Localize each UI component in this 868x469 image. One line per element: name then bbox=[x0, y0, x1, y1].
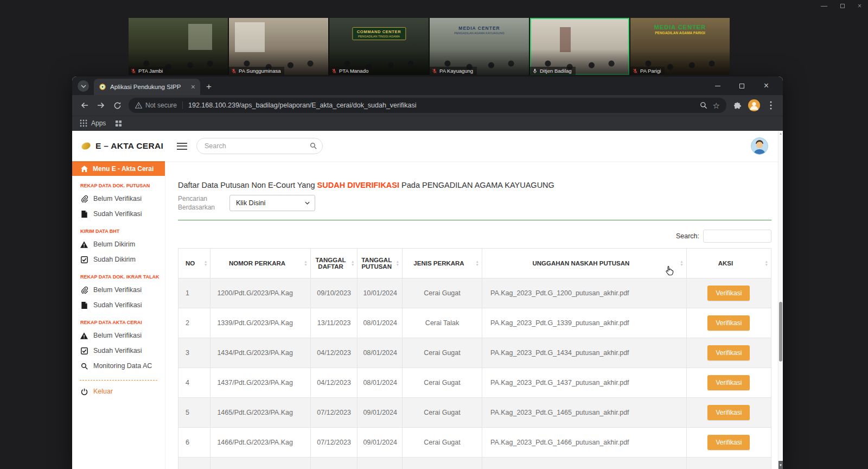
address-bar[interactable]: Not secure 192.168.100.239/aps_badilag/p… bbox=[129, 98, 726, 113]
column-header-label: AKSI bbox=[718, 260, 733, 267]
participant-name: PA Sungguminasa bbox=[239, 68, 280, 74]
verifikasi-button[interactable]: Verifikasi bbox=[707, 345, 750, 360]
table-cell: 10/01/2024 bbox=[358, 278, 403, 308]
sidebar-item[interactable]: Belum Verifikasi bbox=[72, 328, 165, 343]
video-tile[interactable]: MEDIA CENTERPENGADILAN AGAMA KAYUAGUNGPA… bbox=[430, 18, 529, 75]
table-row-partial bbox=[178, 458, 771, 469]
sidebar-item-keluar[interactable]: Keluar bbox=[72, 384, 165, 399]
profile-avatar-button[interactable] bbox=[747, 98, 761, 112]
table-cell: Cerai Gugat bbox=[402, 338, 482, 368]
sidebar-item[interactable]: Sudah Verifikasi bbox=[72, 206, 165, 221]
column-header[interactable]: UNGGAHAN NASKAH PUTUSAN▲▼ bbox=[482, 249, 687, 278]
table-cell bbox=[358, 458, 403, 469]
participant-name-tag: PTA Jambi bbox=[129, 67, 167, 75]
avatar-body bbox=[754, 149, 765, 155]
extensions-button[interactable] bbox=[730, 98, 745, 113]
column-header[interactable]: NO▲▼ bbox=[178, 249, 210, 278]
browser-tab[interactable]: Aplikasi Pendukung SIPP × bbox=[94, 79, 200, 95]
home-icon bbox=[80, 166, 88, 172]
sidebar-item[interactable]: Belum Verifikasi bbox=[72, 191, 165, 206]
browser-menu-button[interactable] bbox=[763, 98, 778, 113]
table-cell: 07/12/2023 bbox=[310, 428, 358, 458]
warning-icon bbox=[80, 241, 88, 248]
user-avatar[interactable] bbox=[751, 137, 768, 155]
browser-minimize-button[interactable] bbox=[705, 77, 730, 95]
tab-search-button[interactable] bbox=[78, 80, 89, 92]
filter-select[interactable]: Klik Disini bbox=[229, 195, 315, 211]
os-minimize-button[interactable]: — bbox=[821, 2, 827, 10]
zoom-icon[interactable] bbox=[700, 102, 707, 109]
bookmark-star-icon[interactable]: ☆ bbox=[713, 102, 720, 110]
scroll-up-arrow-icon[interactable]: ▲ bbox=[778, 132, 783, 135]
search-icon[interactable] bbox=[310, 142, 317, 149]
mic-off-icon bbox=[331, 68, 337, 74]
mic-on-icon bbox=[532, 68, 538, 74]
sort-icon: ▲▼ bbox=[304, 260, 307, 267]
browser-maximize-button[interactable] bbox=[730, 77, 754, 95]
table-cell: 1437/Pdt.G/2023/PA.Kag bbox=[210, 368, 310, 398]
sidebar-item-menu-e-akta-cerai[interactable]: Menu E - Akta Cerai bbox=[72, 161, 165, 176]
column-header-label: TANGGAL DAFTAR bbox=[316, 257, 346, 270]
apps-bookmark-label[interactable]: Apps bbox=[91, 119, 106, 127]
sidebar-item[interactable]: Belum Dikirim bbox=[72, 237, 165, 252]
url-text: 192.168.100.239/aps_badilag/pelaporan/E_… bbox=[188, 102, 694, 109]
sidebar-item[interactable]: Sudah Dikirim bbox=[72, 252, 165, 267]
video-tile[interactable]: Ditjen Badilag bbox=[530, 18, 629, 75]
os-maximize-button[interactable] bbox=[840, 4, 845, 8]
apps-grid-icon[interactable] bbox=[80, 119, 87, 127]
table-body: 11200/Pdt.G/2023/PA.Kag09/10/202310/01/2… bbox=[178, 278, 771, 469]
table-cell bbox=[402, 458, 482, 469]
verifikasi-button[interactable]: Verifikasi bbox=[707, 286, 750, 301]
video-tile[interactable]: PA Sungguminasa bbox=[229, 18, 328, 75]
app-title: E – AKTA CERAI bbox=[95, 141, 163, 151]
bookmark-grid-icon[interactable] bbox=[115, 120, 122, 127]
mic-off-icon bbox=[633, 68, 638, 74]
page-scrollbar[interactable]: ▲ ▼ bbox=[778, 131, 783, 469]
verifikasi-button[interactable]: Verifikasi bbox=[707, 435, 750, 450]
tab-close-icon[interactable]: × bbox=[191, 83, 195, 91]
verifikasi-button[interactable]: Verifikasi bbox=[707, 315, 750, 331]
not-secure-warning-icon[interactable] bbox=[135, 102, 142, 109]
video-tile[interactable]: MEDIA CENTERPENGADILAN AGAMA PARIGIPA Pa… bbox=[630, 18, 730, 75]
sidebar-item[interactable]: Sudah Verifikasi bbox=[72, 297, 165, 313]
participant-name-tag: Ditjen Badilag bbox=[530, 67, 576, 75]
room-sign: MEDIA CENTERPENGADILAN AGAMA PARIGI bbox=[654, 24, 706, 35]
verifikasi-button[interactable]: Verifikasi bbox=[707, 405, 750, 420]
video-tile[interactable]: PTA Jambi bbox=[129, 18, 228, 75]
scroll-down-arrow-icon[interactable]: ▼ bbox=[778, 461, 783, 469]
reload-button[interactable] bbox=[109, 97, 125, 113]
header-search-input[interactable] bbox=[196, 138, 323, 154]
back-button[interactable] bbox=[76, 97, 93, 113]
table-search-row: Search: bbox=[178, 230, 771, 243]
video-tile[interactable]: COMMAND CENTERPENGADILAN TINGGI AGAMAPTA… bbox=[329, 18, 429, 75]
participant-name-tag: PTA Manado bbox=[329, 67, 372, 75]
table-cell: 07/12/2023 bbox=[310, 398, 358, 428]
scrollbar-thumb[interactable] bbox=[779, 302, 782, 362]
os-close-button[interactable]: × bbox=[858, 2, 861, 10]
sidebar-section-label: KIRIM DATA BHT bbox=[72, 221, 165, 237]
sidebar-item[interactable]: Monitoring Data AC bbox=[72, 358, 165, 373]
table-cell: PA.Kag_2023_Pdt.G_1434_putusan_akhir.pdf bbox=[482, 338, 687, 368]
sidebar-item[interactable]: Sudah Verifikasi bbox=[72, 343, 165, 358]
maximize-icon bbox=[739, 84, 744, 88]
column-header-label: TANGGAL PUTUSAN bbox=[361, 257, 392, 270]
table-cell: 1465/Pdt.G/2023/PA.Kag bbox=[210, 398, 310, 428]
verifikasi-button[interactable]: Verifikasi bbox=[707, 375, 750, 390]
new-tab-button[interactable]: + bbox=[206, 82, 212, 91]
sidebar-divider bbox=[80, 380, 157, 381]
browser-close-button[interactable]: × bbox=[754, 77, 778, 95]
sort-icon: ▲▼ bbox=[396, 260, 399, 267]
column-header[interactable]: NOMOR PERKARA▲▼ bbox=[210, 249, 310, 278]
column-header[interactable]: AKSI▲▼ bbox=[686, 249, 771, 278]
table-search-input[interactable] bbox=[703, 230, 771, 243]
sidebar-item[interactable]: Belum Verifikasi bbox=[72, 282, 165, 297]
column-header[interactable]: TANGGAL PUTUSAN▲▼ bbox=[358, 249, 403, 278]
mic-off-icon bbox=[231, 68, 237, 74]
column-header[interactable]: TANGGAL DAFTAR▲▼ bbox=[310, 249, 358, 278]
sidebar-toggle-button[interactable] bbox=[177, 143, 187, 150]
app-brand: E – AKTA CERAI bbox=[72, 141, 165, 151]
forward-button[interactable] bbox=[93, 97, 109, 113]
address-bar-divider bbox=[182, 102, 183, 109]
column-header[interactable]: JENIS PERKARA▲▼ bbox=[402, 249, 482, 278]
search-icon bbox=[80, 363, 88, 370]
